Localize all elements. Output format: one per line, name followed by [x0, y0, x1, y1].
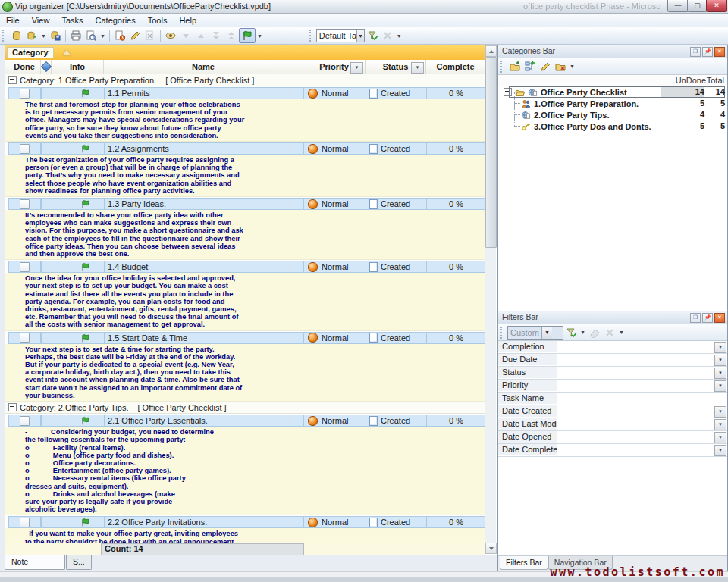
done-checkbox[interactable]: [20, 199, 30, 209]
collapse-icon[interactable]: [8, 76, 17, 84]
col-header-complete[interactable]: Complete: [426, 60, 485, 74]
panel-pin-button[interactable]: 📌: [702, 313, 713, 323]
print-button[interactable]: [68, 29, 83, 42]
panel-float-button[interactable]: ❐: [690, 47, 701, 57]
task-row[interactable]: 1.5 Start Date & TimeNormalCreated0 %: [5, 331, 485, 344]
menu-tasks[interactable]: Tasks: [55, 14, 89, 27]
move-down-button[interactable]: [178, 29, 193, 42]
task-view-combo-dropdown-icon[interactable]: ▼: [356, 30, 364, 42]
col-header-priority[interactable]: Priority▼: [303, 60, 366, 74]
vertical-scrollbar[interactable]: [485, 45, 496, 553]
group-field-button[interactable]: Category: [7, 47, 54, 58]
filter-value-field[interactable]: [557, 418, 716, 430]
task-row[interactable]: 2.2 Office Party Invitations.NormalCreat…: [5, 515, 485, 528]
clear-view-button[interactable]: [380, 29, 395, 42]
task-row[interactable]: 1.1 PermitsNormalCreated0 %: [5, 86, 485, 99]
edit-task-button[interactable]: [127, 29, 143, 42]
scroll-up-button[interactable]: [485, 45, 497, 57]
col-header-done[interactable]: Done: [8, 60, 41, 74]
filter-value-dropdown-button[interactable]: ▼: [714, 368, 726, 379]
scrollbar-thumb[interactable]: [485, 57, 497, 248]
maximize-button[interactable]: ▢: [687, 0, 708, 12]
panel-float-button[interactable]: ❐: [690, 313, 701, 323]
category-group-row[interactable]: Category: 2.Office Party Tips.[ Office P…: [5, 402, 485, 414]
tree-item-category[interactable]: 2.Office Party Tips.44: [498, 109, 727, 120]
total-column-header[interactable]: Total: [707, 76, 724, 85]
menu-tools[interactable]: Tools: [142, 14, 174, 27]
filter-preset-combo[interactable]: Custom ▼: [507, 326, 563, 340]
clear-filter-button[interactable]: [587, 326, 602, 340]
done-checkbox[interactable]: [20, 89, 30, 99]
move-top-button[interactable]: [224, 29, 239, 42]
filter-value-field[interactable]: [557, 405, 716, 417]
done-checkbox[interactable]: [20, 518, 30, 527]
view-dropdown-icon[interactable]: ▼: [397, 33, 402, 39]
new-task-button[interactable]: [112, 29, 127, 42]
print-dropdown-icon[interactable]: ▼: [100, 33, 105, 39]
print-preview-button[interactable]: [83, 29, 99, 42]
new-database-button[interactable]: [9, 29, 24, 42]
filters-toolbar-dropdown-icon[interactable]: ▼: [619, 330, 624, 335]
new-subcategory-button[interactable]: [522, 60, 538, 74]
menu-categories[interactable]: Categories: [89, 14, 142, 27]
task-view-combo[interactable]: Default Task V ▼: [316, 29, 365, 42]
filter-value-dropdown-button[interactable]: ▼: [714, 406, 726, 418]
priority-diamond-icon[interactable]: [41, 60, 52, 74]
col-header-status[interactable]: Status▼: [366, 60, 426, 74]
filter-value-field[interactable]: [557, 431, 716, 443]
filter-value-dropdown-button[interactable]: ▼: [714, 355, 726, 366]
filter-dropdown-button[interactable]: ▼: [350, 62, 363, 74]
menu-view[interactable]: View: [26, 14, 56, 27]
filter-value-dropdown-button[interactable]: ▼: [714, 445, 726, 456]
col-header-name[interactable]: Name: [104, 60, 303, 74]
move-bottom-button[interactable]: [209, 29, 224, 42]
filter-value-field[interactable]: [557, 444, 716, 455]
close-button[interactable]: ✕: [706, 0, 727, 12]
tab-s[interactable]: S...: [66, 555, 92, 570]
flag-dropdown-icon[interactable]: ▼: [257, 33, 262, 39]
open-database-dropdown-icon[interactable]: ▼: [41, 33, 46, 39]
tab-filters-bar[interactable]: Filters Bar: [500, 556, 548, 570]
filter-value-dropdown-button[interactable]: ▼: [714, 432, 726, 443]
panel-close-button[interactable]: ✕: [714, 313, 725, 323]
tree-item-category[interactable]: 3.Office Party Dos and Donts.55: [498, 120, 727, 132]
collapse-icon[interactable]: [8, 403, 17, 411]
tree-item-category[interactable]: 1.Office Party Preparation.55: [498, 98, 727, 109]
new-category-button[interactable]: [507, 60, 522, 74]
edit-category-button[interactable]: [538, 60, 553, 74]
filter-value-dropdown-button[interactable]: ▼: [714, 419, 726, 430]
done-checkbox[interactable]: [20, 333, 30, 343]
menu-file[interactable]: File: [0, 14, 26, 27]
view-task-button[interactable]: [163, 29, 178, 42]
col-header-info[interactable]: Info: [52, 60, 104, 74]
category-group-row[interactable]: Category: 1.Office Party Preparation.[ O…: [5, 74, 485, 86]
task-row[interactable]: 1.4 BudgetNormalCreated0 %: [5, 260, 485, 273]
panel-close-button[interactable]: ✕: [714, 47, 725, 57]
delete-task-button[interactable]: [143, 29, 158, 42]
task-row[interactable]: 1.2 AssignmentsNormalCreated0 %: [5, 142, 485, 155]
task-row[interactable]: 2.1 Office Party Essentials.NormalCreate…: [5, 414, 485, 427]
filter-value-field[interactable]: [557, 354, 716, 365]
filter-value-field[interactable]: [557, 380, 716, 391]
filter-value-field[interactable]: [557, 367, 716, 378]
filter-dropdown-button[interactable]: ▼: [411, 62, 424, 74]
tab-note[interactable]: Note: [5, 555, 65, 570]
minimize-button[interactable]: —: [667, 0, 689, 12]
filter-value-field[interactable]: [557, 393, 726, 404]
notify-flag-button[interactable]: [239, 28, 256, 43]
filter-value-dropdown-button[interactable]: ▼: [714, 342, 726, 353]
apply-filter-dropdown-icon[interactable]: ▼: [580, 330, 585, 335]
filter-value-dropdown-button[interactable]: ▼: [714, 380, 726, 392]
task-row[interactable]: 1.3 Party Ideas.NormalCreated0 %: [5, 197, 485, 210]
sort-ascending-icon[interactable]: [63, 49, 71, 55]
menu-help[interactable]: Help: [173, 14, 202, 27]
delete-category-button[interactable]: [553, 60, 568, 74]
cancel-filter-button[interactable]: [602, 326, 617, 340]
done-checkbox[interactable]: [20, 416, 30, 426]
apply-filter-button[interactable]: [563, 326, 579, 340]
done-checkbox[interactable]: [20, 144, 30, 154]
apply-view-button[interactable]: [365, 29, 380, 42]
scroll-down-button[interactable]: [485, 543, 497, 554]
tree-item-root[interactable]: Office Party Checklist1414: [498, 86, 727, 98]
filter-value-field[interactable]: [557, 341, 716, 352]
